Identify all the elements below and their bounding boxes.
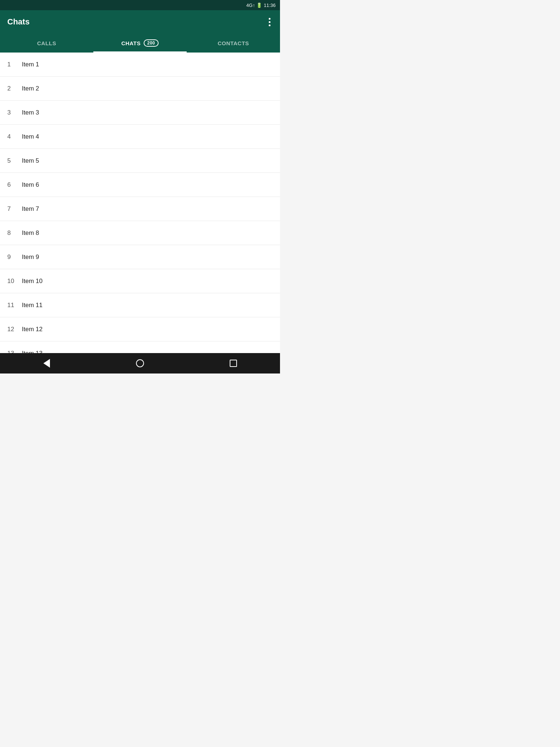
status-bar: 4G↑ 🔋 11:36	[0, 0, 280, 10]
item-label: Item 8	[22, 229, 39, 237]
item-label: Item 10	[22, 278, 43, 285]
list-item[interactable]: 7Item 7	[0, 197, 280, 221]
item-label: Item 6	[22, 181, 39, 189]
item-label: Item 9	[22, 253, 39, 261]
list-item[interactable]: 2Item 2	[0, 77, 280, 101]
navigation-bar	[0, 353, 280, 374]
item-label: Item 11	[22, 302, 43, 309]
tab-contacts[interactable]: CONTACTS	[187, 34, 280, 53]
tab-chats[interactable]: CHATS 200	[93, 34, 187, 53]
list-item[interactable]: 9Item 9	[0, 245, 280, 269]
recents-icon	[230, 360, 237, 367]
item-number: 5	[7, 157, 22, 165]
item-label: Item 13	[22, 350, 43, 353]
item-number: 3	[7, 109, 22, 116]
item-label: Item 12	[22, 326, 43, 333]
more-options-button[interactable]	[267, 15, 273, 29]
item-label: Item 5	[22, 157, 39, 165]
item-label: Item 2	[22, 85, 39, 92]
item-number: 8	[7, 229, 22, 237]
list-item[interactable]: 3Item 3	[0, 101, 280, 125]
home-icon	[136, 359, 144, 367]
tab-chats-label: CHATS	[121, 40, 141, 46]
item-number: 4	[7, 133, 22, 140]
list-item[interactable]: 6Item 6	[0, 173, 280, 197]
back-button[interactable]	[38, 355, 55, 372]
list-item[interactable]: 13Item 13	[0, 341, 280, 353]
tab-calls[interactable]: CALLS	[0, 34, 93, 53]
list-item[interactable]: 11Item 11	[0, 293, 280, 317]
list-item[interactable]: 1Item 1	[0, 53, 280, 77]
list-item[interactable]: 8Item 8	[0, 221, 280, 245]
home-button[interactable]	[131, 355, 149, 372]
recents-button[interactable]	[225, 355, 242, 372]
time-display: 11:36	[264, 3, 276, 8]
item-label: Item 4	[22, 133, 39, 140]
tab-contacts-label: CONTACTS	[218, 40, 249, 46]
item-number: 11	[7, 302, 22, 309]
list-item[interactable]: 4Item 4	[0, 125, 280, 149]
item-number: 2	[7, 85, 22, 92]
list-item[interactable]: 5Item 5	[0, 149, 280, 173]
item-number: 1	[7, 61, 22, 68]
item-label: Item 1	[22, 61, 39, 68]
battery-indicator: 🔋	[256, 3, 262, 8]
list-item[interactable]: 12Item 12	[0, 317, 280, 341]
item-number: 6	[7, 181, 22, 189]
status-icons: 4G↑ 🔋 11:36	[246, 3, 276, 8]
item-number: 7	[7, 205, 22, 213]
chat-list: 1Item 12Item 23Item 34Item 45Item 56Item…	[0, 53, 280, 353]
item-number: 13	[7, 350, 22, 353]
app-header: Chats	[0, 10, 280, 34]
item-label: Item 3	[22, 109, 39, 116]
page-title: Chats	[7, 17, 30, 27]
item-number: 9	[7, 253, 22, 261]
item-number: 10	[7, 278, 22, 285]
tab-calls-label: CALLS	[37, 40, 57, 46]
back-icon	[43, 359, 50, 368]
item-number: 12	[7, 326, 22, 333]
tab-bar: CALLS CHATS 200 CONTACTS	[0, 34, 280, 53]
item-label: Item 7	[22, 205, 39, 213]
list-item[interactable]: 10Item 10	[0, 269, 280, 293]
chats-badge: 200	[144, 39, 159, 47]
signal-indicator: 4G↑	[246, 3, 255, 8]
